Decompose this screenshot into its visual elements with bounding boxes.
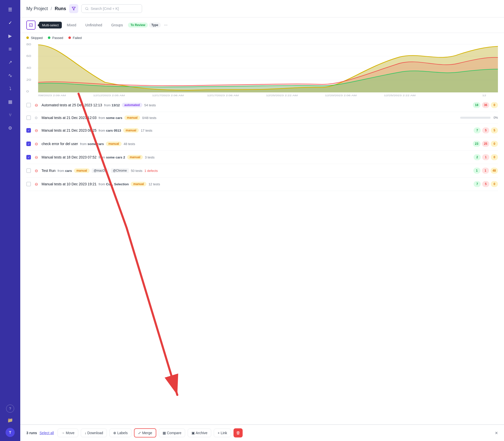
multi-select-button[interactable]: Multi-select xyxy=(26,21,35,30)
multi-select-tooltip: Multi-select xyxy=(39,22,62,29)
score-green-7: 7 xyxy=(474,181,481,187)
merge-button[interactable]: ⤢ Merge xyxy=(134,428,156,437)
svg-text:12: 12 xyxy=(482,94,486,97)
run-scores-2: 0% xyxy=(460,116,498,119)
run-item: ⊖ Automated tests at 25 Dec 2023 12:13 f… xyxy=(26,98,498,112)
failed-dot xyxy=(68,36,71,39)
run-title-7: Manual tests at 10 Dec 2023 19:21 xyxy=(42,182,96,186)
run-tests-7: 12 tests xyxy=(148,182,160,186)
run-info-1: Automated tests at 25 Dec 2023 12:13 fro… xyxy=(42,103,470,107)
sidebar: ☰ ✓ ▶ ≡ ↗ ∿ ⤵ ▦ ⑂ ⚙ ? 📁 T xyxy=(0,0,20,441)
run-title-6: Test Run xyxy=(42,169,55,173)
run-info-5: Manual tests at 18 Dec 2023 07:52 from s… xyxy=(42,155,471,159)
settings-icon[interactable]: ⚙ xyxy=(5,123,16,134)
search-placeholder: Search [Cmd + K] xyxy=(91,7,119,11)
run-from-4: from some cars xyxy=(80,142,104,146)
score-red-4: 25 xyxy=(482,141,489,147)
download-button[interactable]: ↓ Download xyxy=(81,429,107,437)
menu-icon[interactable]: ☰ xyxy=(5,4,16,15)
tab-unfinished[interactable]: Unfinished xyxy=(81,21,106,29)
run-item: ⊖ check error for del user from some car… xyxy=(26,137,498,151)
run-checkbox-4[interactable] xyxy=(26,142,31,146)
score-red-3: 5 xyxy=(482,127,489,133)
trending-icon[interactable]: ↗ xyxy=(5,57,16,68)
score-red-6: 1 xyxy=(482,168,489,174)
main-content: My Project / Runs Search [Cmd + K] Multi… xyxy=(20,0,504,441)
run-tests-6: 50 tests xyxy=(131,169,143,173)
run-tag-5: manual xyxy=(127,155,143,159)
run-scores-5: 2 1 0 xyxy=(474,154,498,160)
run-scores-1: 18 36 0 xyxy=(473,102,498,108)
run-tests-1: 54 tests xyxy=(144,103,156,107)
tab-more-button[interactable]: ··· xyxy=(162,21,170,29)
score-yellow-6: 48 xyxy=(491,168,498,174)
run-tests-2: 0/48 tests xyxy=(142,116,156,120)
run-checkbox-1[interactable] xyxy=(26,103,31,107)
svg-text:20: 20 xyxy=(26,78,31,81)
list-icon[interactable]: ≡ xyxy=(5,44,16,55)
tab-type[interactable]: Type xyxy=(149,23,161,28)
run-scores-6: 1 1 48 xyxy=(473,168,498,174)
score-yellow-1: 0 xyxy=(491,102,498,108)
run-scores-4: 23 25 0 xyxy=(473,141,498,147)
play-icon[interactable]: ▶ xyxy=(5,30,16,42)
svg-text:12/12/2023 2:05 AM: 12/12/2023 2:05 AM xyxy=(93,94,125,97)
run-info-6: Test Run from cars manual @macOS @Chrome… xyxy=(42,168,470,173)
tab-groups[interactable]: Groups xyxy=(107,21,127,29)
wave-icon[interactable]: ∿ xyxy=(5,70,16,81)
legend-skipped: Skipped xyxy=(26,36,43,40)
run-checkbox-2[interactable] xyxy=(26,115,31,120)
svg-text:80: 80 xyxy=(26,43,31,46)
skipped-dot xyxy=(26,36,29,39)
delete-button[interactable] xyxy=(234,428,243,437)
run-tests-3: 17 tests xyxy=(141,129,152,132)
tab-mixed[interactable]: Mixed xyxy=(63,21,80,29)
run-defects-6: 1 defects xyxy=(144,169,158,173)
move-button[interactable]: → Move xyxy=(57,429,78,437)
score-yellow-3: 5 xyxy=(491,127,498,133)
archive-button[interactable]: ▣ Archive xyxy=(188,429,211,437)
folder-icon[interactable]: 📁 xyxy=(5,415,16,426)
fork-icon[interactable]: ⑂ xyxy=(5,109,16,121)
labels-button[interactable]: ⊕ Labels xyxy=(109,429,131,437)
tab-to-review[interactable]: To Review xyxy=(128,23,148,28)
select-all-button[interactable]: Select all xyxy=(40,431,54,435)
run-checkbox-5[interactable] xyxy=(26,155,31,159)
chart-bar-icon[interactable]: ▦ xyxy=(5,96,16,107)
run-item: ⊖ Manual tests at 21 Dec 2023 08:25 from… xyxy=(26,124,498,137)
check-icon[interactable]: ✓ xyxy=(5,17,16,28)
svg-text:12/17/2023 2:06 AM: 12/17/2023 2:06 AM xyxy=(207,94,239,97)
legend-passed: Passed xyxy=(48,36,63,40)
run-tag-6: manual xyxy=(74,168,90,173)
run-title-4: check error for del user xyxy=(42,142,78,146)
svg-text:12/25/2023 2:22 AM: 12/25/2023 2:22 AM xyxy=(266,94,298,97)
run-stop-icon-4: ⊖ xyxy=(34,142,38,146)
search-box[interactable]: Search [Cmd + K] xyxy=(81,4,142,13)
close-action-bar[interactable]: × xyxy=(495,430,498,436)
run-checkbox-6[interactable] xyxy=(26,168,31,173)
legend-failed: Failed xyxy=(68,36,82,40)
svg-text:12/25/2023 2:22 AM: 12/25/2023 2:22 AM xyxy=(384,94,416,97)
run-from-3: from cars 0513 xyxy=(99,129,121,132)
run-from-2: from some cars xyxy=(99,116,122,120)
svg-text:12/20/2023 2:06 AM: 12/20/2023 2:06 AM xyxy=(325,94,357,97)
svg-marker-0 xyxy=(72,7,75,10)
run-os-6: @macOS xyxy=(92,168,109,173)
run-checkbox-7[interactable] xyxy=(26,182,31,186)
run-stop-icon-5: ⊖ xyxy=(34,155,38,159)
run-stop-icon-3: ⊖ xyxy=(34,128,38,133)
run-item: ⊖ Test Run from cars manual @macOS @Chro… xyxy=(26,164,498,177)
progress-bar-2 xyxy=(460,117,491,119)
action-bar: 3 runs Select all → Move ↓ Download ⊕ La… xyxy=(20,424,504,441)
run-browser-6: @Chrome xyxy=(111,168,129,173)
avatar[interactable]: T xyxy=(6,428,15,437)
score-green-3: 7 xyxy=(474,127,481,133)
link-button[interactable]: + Link xyxy=(214,429,231,437)
run-stop-icon-6: ⊖ xyxy=(34,168,38,173)
filter-button[interactable] xyxy=(69,4,78,13)
help-icon[interactable]: ? xyxy=(6,405,14,413)
run-checkbox-3[interactable] xyxy=(26,128,31,133)
compare-button[interactable]: ▦ Compare xyxy=(159,429,185,437)
import-icon[interactable]: ⤵ xyxy=(5,83,16,94)
run-info-7: Manual tests at 10 Dec 2023 19:21 from C… xyxy=(42,182,471,186)
